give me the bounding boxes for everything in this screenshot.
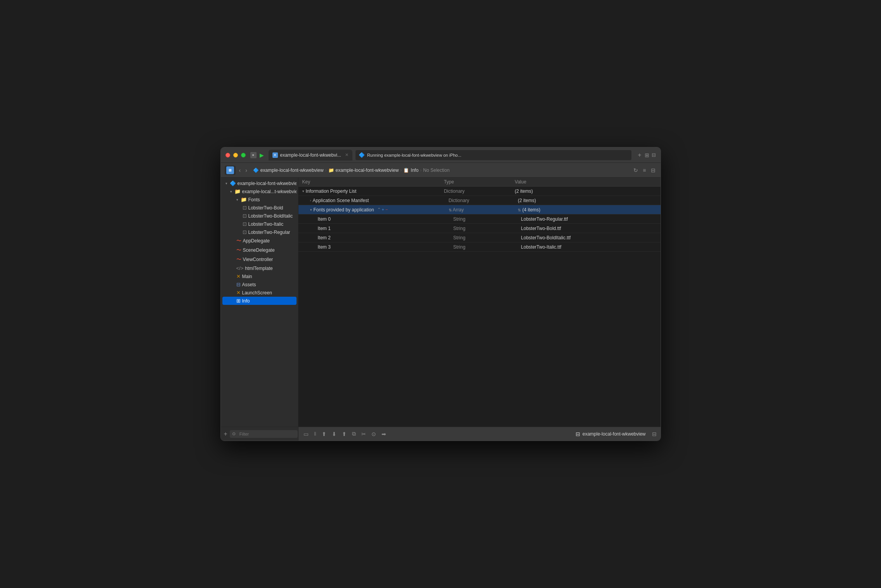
row-type-root: Dictionary [444, 189, 515, 194]
plist-row-root[interactable]: ▾ Information Property List Dictionary (… [298, 187, 661, 196]
pause-icon[interactable]: ⦀ [313, 429, 317, 438]
chevron-fonts: ▾ [236, 198, 238, 202]
html-icon: </> [236, 265, 244, 271]
row-key-label-scene: Application Scene Manifest [313, 198, 369, 203]
list-icon[interactable]: ≡ [642, 166, 647, 175]
plist-row-fonts[interactable]: ▾ Fonts provided by application ⌃ + − ⇅ … [298, 205, 661, 214]
row-key-label-root: Information Property List [306, 189, 357, 194]
add-tab-button[interactable]: + [638, 152, 641, 159]
breadcrumb-no-selection: No Selection [423, 168, 449, 173]
sidebar-footer: + ⊙ ⊙ ⊟ [221, 427, 298, 441]
row-key-root: ▾ Information Property List [302, 189, 444, 194]
cut-icon[interactable]: ✂ [360, 430, 367, 438]
sidebar-label-htmltemplate: htmlTemplate [245, 266, 272, 271]
upload-icon[interactable]: ⬆ [321, 430, 328, 438]
storyboard-icon-main: ✕ [236, 273, 241, 279]
filter-input[interactable] [237, 431, 295, 437]
target-icon[interactable]: ⊙ [370, 430, 377, 438]
sidebar-item-assets[interactable]: ⊟ Assets [222, 280, 297, 289]
font-icon-1: ⊡ [243, 205, 247, 211]
sidebar-label-font1: LobsterTwo-Bold [248, 205, 283, 211]
sidebar-label-font4: LobsterTwo-Regular [248, 230, 290, 235]
col-value-header: Value [515, 179, 656, 185]
row-value-item2: LobsterTwo-BoldItalic.ttf [521, 235, 656, 240]
row-up-btn[interactable]: ⌃ [377, 207, 381, 212]
traffic-lights [225, 153, 246, 157]
plist-row-item2[interactable]: Item 2 String LobsterTwo-BoldItalic.ttf [298, 233, 661, 242]
row-value-item0: LobsterTwo-Regular.ttf [521, 216, 656, 222]
push-icon[interactable]: ⬆ [341, 430, 348, 438]
breadcrumb-plist-icon: 📋 [403, 168, 409, 173]
filter-circle-icon: ⊙ [232, 431, 236, 436]
sidebar-item-viewcontroller[interactable]: 〜 ViewController [222, 255, 297, 264]
plist-row-scene[interactable]: › Application Scene Manifest Dictionary … [298, 196, 661, 205]
shape-icon[interactable]: ▭ [302, 430, 310, 438]
close-button[interactable] [225, 153, 230, 157]
sidebar-toggle-icon[interactable]: ⊟ [652, 152, 656, 158]
row-key-item2: Item 2 [302, 235, 453, 240]
sidebar-item-htmltemplate[interactable]: </> htmlTemplate [222, 264, 297, 272]
tab-editor[interactable]: X example-local-font-wkwebvi... ✕ [269, 150, 352, 161]
plist-row-item3[interactable]: Item 3 String LobsterTwo-Italic.ttf [298, 242, 661, 252]
sidebar-item-launchscreen[interactable]: ✕ LaunchScreen [222, 289, 297, 297]
row-key-item0: Item 0 [302, 216, 453, 222]
forward-button[interactable]: › [244, 166, 248, 175]
row-value-fonts: ⇅ (4 items) [518, 207, 656, 213]
sidebar-item-font3[interactable]: ⊡ LobsterTwo-Italic [222, 220, 297, 228]
sidebar-item-font4[interactable]: ⊡ LobsterTwo-Regular [222, 228, 297, 236]
row-chevron-scene[interactable]: › [310, 199, 311, 202]
sidebar-label-root: example-local-font-wkwebview [238, 181, 297, 186]
breadcrumb-project[interactable]: example-local-font-wkwebview [260, 168, 324, 173]
row-value-root: (2 items) [515, 189, 656, 194]
row-type-item1: String [453, 226, 521, 231]
breadcrumb-group[interactable]: example-local-font-wkwebview [336, 168, 399, 173]
row-remove-btn[interactable]: − [385, 207, 388, 212]
breadcrumb: 🔷 example-local-font-wkwebview › 📁 examp… [253, 168, 630, 173]
layers-icon[interactable]: ⧉ [351, 429, 357, 438]
sidebar-item-font2[interactable]: ⊡ LobsterTwo-BoldItalic [222, 212, 297, 220]
swift-icon-scenedelegate: 〜 [236, 247, 241, 254]
split-view-button[interactable]: ⊞ [645, 152, 649, 158]
row-key-label-item1: Item 1 [318, 226, 331, 231]
fullscreen-button[interactable] [241, 153, 246, 157]
chevron-root: ▾ [225, 182, 227, 185]
sidebar: ▾ 🔷 example-local-font-wkwebview ▾ 📁 exa… [221, 178, 298, 441]
sidebar-item-main[interactable]: ✕ Main [222, 272, 297, 280]
tab-editor-close[interactable]: ✕ [345, 152, 349, 157]
inspector-icon[interactable]: ⊟ [650, 166, 657, 175]
plist-row-item1[interactable]: Item 1 String LobsterTwo-Bold.ttf [298, 224, 661, 233]
row-chevron-root[interactable]: ▾ [302, 189, 304, 193]
sidebar-item-scenedelegate[interactable]: 〜 SceneDelegate [222, 246, 297, 255]
run-button[interactable]: ▶ [260, 152, 264, 158]
inspector-panel-icon[interactable]: ⊟ [652, 431, 657, 437]
tab-editor-icon: X [272, 152, 278, 158]
toolbar: ⊞ ‹ › 🔷 example-local-font-wkwebview › 📁… [221, 163, 661, 178]
minimize-button[interactable] [233, 153, 238, 157]
row-add-btn[interactable]: + [382, 207, 384, 212]
sidebar-item-root[interactable]: ▾ 🔷 example-local-font-wkwebview [222, 179, 297, 187]
sidebar-item-font1[interactable]: ⊡ LobsterTwo-Bold [222, 204, 297, 212]
sidebar-item-group[interactable]: ▾ 📁 example-local...t-wkwebview [222, 187, 297, 195]
stop-button[interactable]: ■ [250, 152, 257, 158]
row-type-label-fonts: Array [453, 207, 464, 213]
sidebar-label-group: example-local...t-wkwebview [242, 189, 297, 194]
device-label: ⊟ example-local-font-wkwebview [576, 431, 646, 437]
arrow-icon[interactable]: ➡ [380, 430, 387, 438]
device-icon: ⊟ [576, 431, 580, 437]
folder-icon-group: 📁 [234, 189, 241, 194]
download-icon[interactable]: ⬇ [331, 430, 338, 438]
tab-running[interactable]: 🔷 Running example-local-font-wkwebview o… [356, 150, 631, 160]
add-file-button[interactable]: + [224, 431, 227, 438]
sidebar-item-appdelegate[interactable]: 〜 AppDelegate [222, 236, 297, 246]
title-bar-actions: + ⊞ [638, 152, 649, 159]
row-controls-fonts: ⌃ + − [377, 207, 388, 212]
row-chevron-fonts[interactable]: ▾ [310, 208, 312, 212]
refresh-icon[interactable]: ↻ [632, 166, 639, 175]
plist-table-header: Key Type Value [298, 178, 661, 187]
sidebar-item-fonts[interactable]: ▾ 📁 Fonts [222, 195, 297, 204]
plist-row-item0[interactable]: Item 0 String LobsterTwo-Regular.ttf [298, 214, 661, 224]
back-button[interactable]: ‹ [238, 166, 242, 175]
sidebar-item-info[interactable]: ⊞ Info [222, 297, 297, 305]
breadcrumb-info[interactable]: Info [411, 168, 418, 173]
row-type-fonts: ⇅ Array [449, 207, 518, 213]
